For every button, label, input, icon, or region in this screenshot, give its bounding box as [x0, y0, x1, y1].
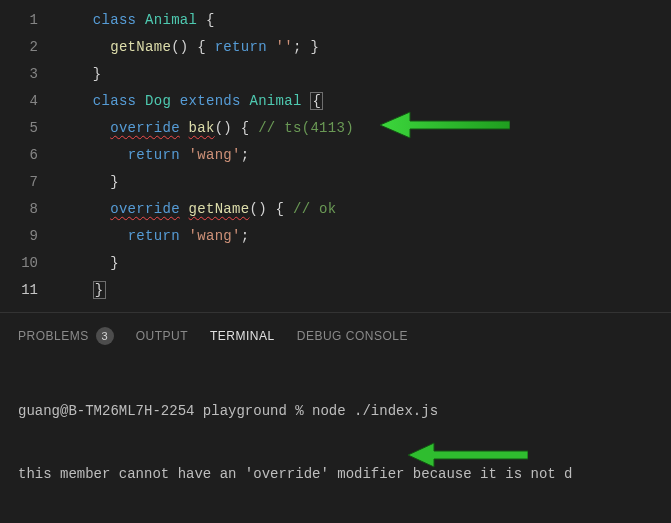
line-number: 6 — [0, 147, 58, 163]
terminal-prompt-line: guang@B-TM26ML7H-2254 playground % node … — [18, 401, 665, 422]
code-token: ; } — [293, 39, 319, 55]
line-number: 11 — [0, 282, 58, 298]
tab-output[interactable]: OUTPUT — [136, 329, 188, 343]
code-content: } — [58, 66, 102, 82]
code-token: } — [93, 281, 106, 299]
bottom-panel: PROBLEMS 3 OUTPUT TERMINAL DEBUG CONSOLE… — [0, 312, 671, 523]
code-token — [267, 39, 276, 55]
code-token — [180, 201, 189, 217]
tab-label: TERMINAL — [210, 329, 275, 343]
code-token: () { — [215, 120, 259, 136]
line-number: 10 — [0, 255, 58, 271]
panel-tabs: PROBLEMS 3 OUTPUT TERMINAL DEBUG CONSOLE — [0, 313, 671, 355]
code-content: } — [58, 255, 119, 271]
code-content: } — [58, 282, 106, 298]
line-number: 2 — [0, 39, 58, 55]
code-content: getName() { return ''; } — [58, 39, 319, 55]
tab-label: DEBUG CONSOLE — [297, 329, 408, 343]
code-token — [58, 282, 93, 298]
editor-line[interactable]: 3 } — [0, 60, 671, 87]
code-token — [58, 147, 128, 163]
code-token: return — [215, 39, 267, 55]
code-content: override getName() { // ok — [58, 201, 337, 217]
code-token — [136, 12, 145, 28]
code-editor[interactable]: 1 class Animal {2 getName() { return '';… — [0, 0, 671, 312]
editor-line[interactable]: 5 override bak() { // ts(4113) — [0, 114, 671, 141]
code-token: return — [128, 147, 180, 163]
problems-count-badge: 3 — [96, 327, 114, 345]
code-token: getName — [110, 39, 171, 55]
code-token: getName — [189, 201, 250, 217]
code-token: { — [197, 12, 214, 28]
code-token — [180, 120, 189, 136]
code-token: Animal — [145, 12, 197, 28]
code-token — [58, 120, 110, 136]
line-number: 9 — [0, 228, 58, 244]
code-token: // ok — [293, 201, 337, 217]
terminal-error-line: this member cannot have an 'override' mo… — [18, 464, 665, 485]
code-token: () { — [171, 39, 215, 55]
editor-line[interactable]: 2 getName() { return ''; } — [0, 33, 671, 60]
code-token: override — [110, 120, 180, 136]
code-token — [136, 93, 145, 109]
tab-label: PROBLEMS — [18, 329, 89, 343]
code-token: // ts(4113) — [258, 120, 354, 136]
tab-terminal[interactable]: TERMINAL — [210, 329, 275, 343]
editor-line[interactable]: 6 return 'wang'; — [0, 141, 671, 168]
line-number: 1 — [0, 12, 58, 28]
code-content: return 'wang'; — [58, 147, 249, 163]
code-token: } — [58, 66, 102, 82]
code-token: class — [93, 12, 137, 28]
editor-line[interactable]: 7 } — [0, 168, 671, 195]
code-token — [58, 12, 93, 28]
tab-problems[interactable]: PROBLEMS 3 — [18, 327, 114, 345]
code-token — [180, 147, 189, 163]
code-token — [180, 228, 189, 244]
editor-line[interactable]: 4 class Dog extends Animal { — [0, 87, 671, 114]
code-token: bak — [189, 120, 215, 136]
code-token: 'wang' — [189, 228, 241, 244]
editor-line[interactable]: 8 override getName() { // ok — [0, 195, 671, 222]
code-token: () { — [249, 201, 293, 217]
code-token — [58, 201, 110, 217]
code-token: { — [310, 92, 323, 110]
tab-debug-console[interactable]: DEBUG CONSOLE — [297, 329, 408, 343]
code-token — [58, 39, 110, 55]
line-number: 4 — [0, 93, 58, 109]
code-token — [58, 228, 128, 244]
code-content: class Animal { — [58, 12, 215, 28]
tab-label: OUTPUT — [136, 329, 188, 343]
line-number: 5 — [0, 120, 58, 136]
code-token: class — [93, 93, 137, 109]
code-token: } — [58, 174, 119, 190]
code-token: 'wang' — [189, 147, 241, 163]
code-content: } — [58, 174, 119, 190]
editor-line[interactable]: 1 class Animal { — [0, 6, 671, 33]
code-token: ; — [241, 147, 250, 163]
code-token: return — [128, 228, 180, 244]
code-token: extends — [180, 93, 241, 109]
code-content: return 'wang'; — [58, 228, 249, 244]
terminal-output[interactable]: guang@B-TM26ML7H-2254 playground % node … — [0, 355, 671, 523]
line-number: 3 — [0, 66, 58, 82]
code-token: Dog — [145, 93, 171, 109]
editor-line[interactable]: 10 } — [0, 249, 671, 276]
code-token: } — [58, 255, 119, 271]
code-token — [58, 93, 93, 109]
line-number: 8 — [0, 201, 58, 217]
code-content: override bak() { // ts(4113) — [58, 120, 354, 136]
code-token — [171, 93, 180, 109]
editor-line[interactable]: 9 return 'wang'; — [0, 222, 671, 249]
editor-line[interactable]: 11 } — [0, 276, 671, 303]
code-content: class Dog extends Animal { — [58, 93, 323, 109]
code-token: Animal — [249, 93, 301, 109]
code-token: '' — [276, 39, 293, 55]
line-number: 7 — [0, 174, 58, 190]
code-token: override — [110, 201, 180, 217]
code-token: ; — [241, 228, 250, 244]
